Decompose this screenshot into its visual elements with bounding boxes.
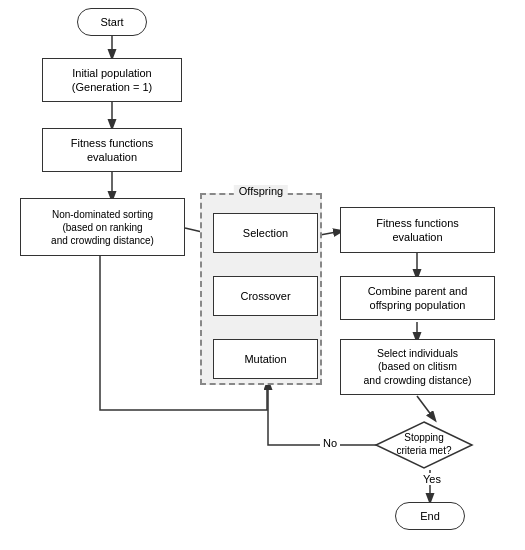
combine-population-node: Combine parent andoffspring population — [340, 276, 495, 320]
offspring-label: Offspring — [234, 185, 288, 197]
svg-text:criteria met?: criteria met? — [396, 445, 451, 456]
svg-line-9 — [417, 396, 435, 420]
svg-text:Stopping: Stopping — [404, 432, 443, 443]
stopping-criteria-node: Stopping criteria met? — [374, 420, 474, 470]
crossover-node: Crossover — [213, 276, 318, 316]
selection-node: Selection — [213, 213, 318, 253]
flowchart-diagram: Start Initial population(Generation = 1)… — [0, 0, 525, 550]
svg-line-6 — [320, 231, 342, 235]
initial-population-node: Initial population(Generation = 1) — [42, 58, 182, 102]
select-individuals-node: Select individuals(based on clitismand c… — [340, 339, 495, 395]
start-node: Start — [77, 8, 147, 36]
fitness-evaluation-2-node: Fitness functionsevaluation — [340, 207, 495, 253]
fitness-evaluation-1-node: Fitness functionsevaluation — [42, 128, 182, 172]
yes-label: Yes — [420, 473, 444, 485]
end-node: End — [395, 502, 465, 530]
nondominated-sorting-node: Non-dominated sorting(based on rankingan… — [20, 198, 185, 256]
no-label: No — [320, 437, 340, 449]
mutation-node: Mutation — [213, 339, 318, 379]
